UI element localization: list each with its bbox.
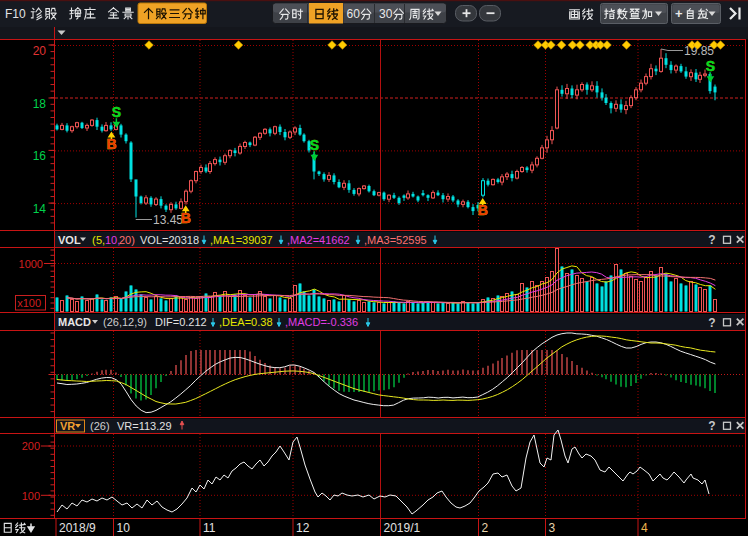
svg-text:,MA3=52595: ,MA3=52595	[364, 234, 427, 246]
svg-text:VOL=20318: VOL=20318	[140, 234, 199, 246]
svg-text:B: B	[478, 202, 488, 218]
svg-text:2019/1: 2019/1	[384, 521, 421, 535]
svg-text:13.45: 13.45	[153, 213, 183, 227]
svg-text:B: B	[106, 136, 116, 152]
svg-text:+: +	[675, 6, 683, 21]
svg-text:VR: VR	[60, 420, 75, 432]
svg-text:S: S	[112, 104, 121, 120]
svg-text:1000: 1000	[19, 258, 43, 270]
svg-text:200: 200	[22, 440, 40, 452]
svg-text:,DEA=0.38: ,DEA=0.38	[219, 316, 273, 328]
svg-text:,MA2=41662: ,MA2=41662	[287, 234, 350, 246]
svg-text:20): 20)	[119, 234, 135, 246]
svg-text:60: 60	[347, 7, 361, 21]
svg-text:2: 2	[482, 521, 489, 535]
svg-text:14: 14	[33, 202, 47, 216]
svg-text:?: ?	[708, 316, 715, 330]
svg-text:x100: x100	[17, 297, 41, 309]
svg-text:(26,12,9): (26,12,9)	[103, 316, 147, 328]
svg-text:?: ?	[708, 233, 715, 247]
svg-text:F10: F10	[5, 7, 26, 21]
svg-text:S: S	[310, 137, 319, 153]
svg-text:100: 100	[22, 490, 40, 502]
svg-text:11: 11	[203, 521, 216, 535]
svg-text:,MA1=39037: ,MA1=39037	[210, 234, 273, 246]
svg-text:10,: 10,	[105, 234, 120, 246]
svg-text:10: 10	[117, 521, 131, 535]
svg-text:MACD: MACD	[58, 316, 91, 328]
svg-text:(26): (26)	[90, 420, 110, 432]
svg-text:18: 18	[33, 97, 47, 111]
svg-text:2018/9: 2018/9	[59, 521, 96, 535]
svg-text:3: 3	[549, 521, 556, 535]
svg-text:,MACD=-0.336: ,MACD=-0.336	[285, 316, 358, 328]
svg-text:VR=113.29: VR=113.29	[117, 420, 172, 432]
svg-text:16: 16	[33, 149, 47, 163]
svg-text:DIF=0.212: DIF=0.212	[155, 316, 207, 328]
svg-text:?: ?	[708, 419, 715, 433]
svg-text:S: S	[706, 58, 715, 74]
svg-text:4: 4	[641, 521, 648, 535]
svg-text:30: 30	[379, 7, 393, 21]
svg-text:VOL: VOL	[58, 234, 81, 246]
svg-text:5,: 5,	[96, 234, 105, 246]
svg-text:20: 20	[33, 44, 47, 58]
svg-text:12: 12	[296, 521, 310, 535]
svg-text:B: B	[181, 210, 191, 226]
